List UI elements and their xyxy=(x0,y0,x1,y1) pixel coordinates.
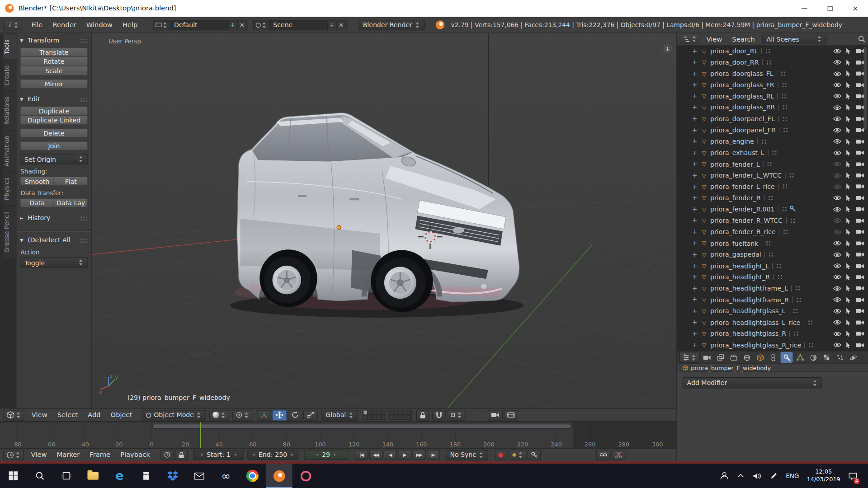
join-button[interactable]: Join xyxy=(20,141,88,150)
renderability-camera-icon[interactable] xyxy=(855,218,865,223)
pen-settings-button[interactable] xyxy=(766,464,783,488)
mail-button[interactable] xyxy=(186,464,212,488)
expand-icon[interactable]: + xyxy=(691,194,698,202)
viewport-shading-select[interactable] xyxy=(209,410,229,420)
toolshelf-tab[interactable]: Animation xyxy=(3,131,16,172)
expand-region-plus-icon[interactable]: + xyxy=(663,44,672,53)
editor-type-timeline-button[interactable] xyxy=(3,450,24,460)
expand-icon[interactable]: + xyxy=(691,183,698,190)
properties-tab-world[interactable] xyxy=(741,352,753,363)
scene-name[interactable]: Scene xyxy=(269,21,327,29)
outliner-item[interactable]: + ▽ priora_doorpanel_FR xyxy=(677,125,868,136)
visibility-eye-icon[interactable] xyxy=(832,104,842,110)
action-toggle-menu[interactable]: Toggle xyxy=(20,257,88,267)
jump-to-end-button[interactable]: ▶| xyxy=(427,450,440,460)
auto-keyframe-button[interactable] xyxy=(495,450,507,460)
selectability-cursor-icon[interactable] xyxy=(844,161,852,168)
selectability-cursor-icon[interactable] xyxy=(844,93,852,100)
selectability-cursor-icon[interactable] xyxy=(844,59,852,66)
tool-button[interactable]: Rotate xyxy=(20,57,88,66)
volume-button[interactable] xyxy=(749,464,766,488)
selectability-cursor-icon[interactable] xyxy=(844,342,852,348)
visibility-eye-icon[interactable] xyxy=(832,70,842,76)
panel-drag-dots-icon[interactable] xyxy=(80,238,88,243)
selectability-cursor-icon[interactable] xyxy=(844,330,852,337)
selectability-cursor-icon[interactable] xyxy=(844,82,852,89)
pivot-point-select[interactable] xyxy=(233,410,253,420)
expand-icon[interactable]: + xyxy=(691,330,698,338)
properties-tab-texture[interactable] xyxy=(821,352,833,363)
selectability-cursor-icon[interactable] xyxy=(844,138,852,145)
screen-layout-name[interactable]: Default xyxy=(170,21,228,29)
file-explorer-button[interactable] xyxy=(80,464,106,488)
visibility-eye-icon[interactable] xyxy=(832,274,842,280)
expand-icon[interactable]: + xyxy=(691,319,698,326)
outliner-item[interactable]: + ▽ priora_door_RR xyxy=(677,56,868,68)
expand-icon[interactable]: + xyxy=(691,239,698,247)
visibility-eye-icon[interactable] xyxy=(832,48,842,54)
visibility-eye-icon[interactable] xyxy=(832,116,842,122)
editor-type-info-button[interactable]: i xyxy=(3,19,22,30)
outliner-item[interactable]: + ▽ priora_headlightglass_R_rice xyxy=(677,339,868,351)
shade-smooth-button[interactable]: Smooth xyxy=(20,177,54,186)
store-button[interactable] xyxy=(133,464,160,488)
expand-icon[interactable]: + xyxy=(691,59,698,66)
link-button[interactable] xyxy=(596,450,610,460)
tool-button[interactable]: Duplicate xyxy=(20,106,88,116)
next-keyframe-button[interactable]: ▶▶ xyxy=(412,450,425,460)
snap-element-select[interactable] xyxy=(447,410,466,420)
delete-screen-layout-button[interactable]: × xyxy=(237,20,247,30)
selectability-cursor-icon[interactable] xyxy=(844,274,852,281)
visibility-eye-icon[interactable] xyxy=(832,252,842,258)
tool-button[interactable]: Scale xyxy=(20,66,88,76)
menu-item[interactable]: Object xyxy=(106,411,137,419)
renderability-camera-icon[interactable] xyxy=(855,308,865,314)
renderability-camera-icon[interactable] xyxy=(855,240,865,246)
task-view-button[interactable] xyxy=(53,464,80,488)
selectability-cursor-icon[interactable] xyxy=(844,150,852,156)
selectability-cursor-icon[interactable] xyxy=(844,240,852,247)
menu-item[interactable]: View xyxy=(27,411,52,419)
action-center-button[interactable]: 4 xyxy=(845,464,862,488)
outliner-item[interactable]: + ▽ priora_fender_L_rice xyxy=(677,181,868,192)
expand-icon[interactable]: + xyxy=(691,47,698,55)
preview-range-button[interactable] xyxy=(160,450,174,460)
selectability-cursor-icon[interactable] xyxy=(844,319,852,326)
expand-icon[interactable]: + xyxy=(691,273,698,281)
selectability-cursor-icon[interactable] xyxy=(844,308,852,314)
outliner-item[interactable]: + ▽ priora_headlightframe_R xyxy=(677,294,868,305)
selectability-cursor-icon[interactable] xyxy=(844,127,852,134)
outliner-scope-select[interactable]: All Scenes xyxy=(762,34,826,44)
properties-tab-render-layers[interactable] xyxy=(714,352,726,363)
properties-tab-scene[interactable] xyxy=(727,352,740,363)
keying-set-select[interactable]: ◆ xyxy=(509,450,526,460)
panel-drag-dots-icon[interactable] xyxy=(80,216,88,221)
outliner-item[interactable]: + ▽ priora_headlight_L xyxy=(677,260,868,272)
expand-icon[interactable]: + xyxy=(691,138,698,145)
expand-icon[interactable]: + xyxy=(691,160,698,168)
play-reverse-button[interactable]: ◀ xyxy=(383,450,396,460)
sync-mode-select[interactable]: No Sync xyxy=(446,450,488,460)
menu-item[interactable]: Help xyxy=(118,21,143,29)
add-scene-button[interactable]: + xyxy=(327,20,336,30)
dropbox-button[interactable] xyxy=(160,464,186,488)
properties-tab-material[interactable] xyxy=(807,352,819,363)
visibility-eye-icon[interactable] xyxy=(832,206,842,212)
menu-item[interactable]: Search xyxy=(727,35,760,43)
snap-toggle-button[interactable] xyxy=(432,410,445,420)
visibility-eye-icon[interactable] xyxy=(832,59,842,65)
visibility-eye-icon[interactable] xyxy=(832,195,842,201)
outliner-item[interactable]: + ▽ priora_headlightglass_L xyxy=(677,305,868,317)
lock-range-button[interactable] xyxy=(175,450,188,460)
tool-button[interactable]: Duplicate Linked xyxy=(20,116,88,125)
visibility-eye-icon[interactable] xyxy=(832,138,842,144)
taskbar-search-button[interactable] xyxy=(27,464,53,488)
toolshelf-tab[interactable]: Physics xyxy=(3,173,16,205)
toolshelf-tab[interactable]: Grease Pencil xyxy=(3,206,16,258)
expand-icon[interactable]: + xyxy=(691,228,698,235)
outliner-item[interactable]: + ▽ priora_fender_R_rice xyxy=(677,226,868,238)
renderability-camera-icon[interactable] xyxy=(855,342,865,347)
outliner-item[interactable]: + ▽ priora_fueltank xyxy=(677,238,868,249)
selectability-cursor-icon[interactable] xyxy=(844,172,852,179)
render-engine-select[interactable]: Blender Render xyxy=(359,19,425,30)
